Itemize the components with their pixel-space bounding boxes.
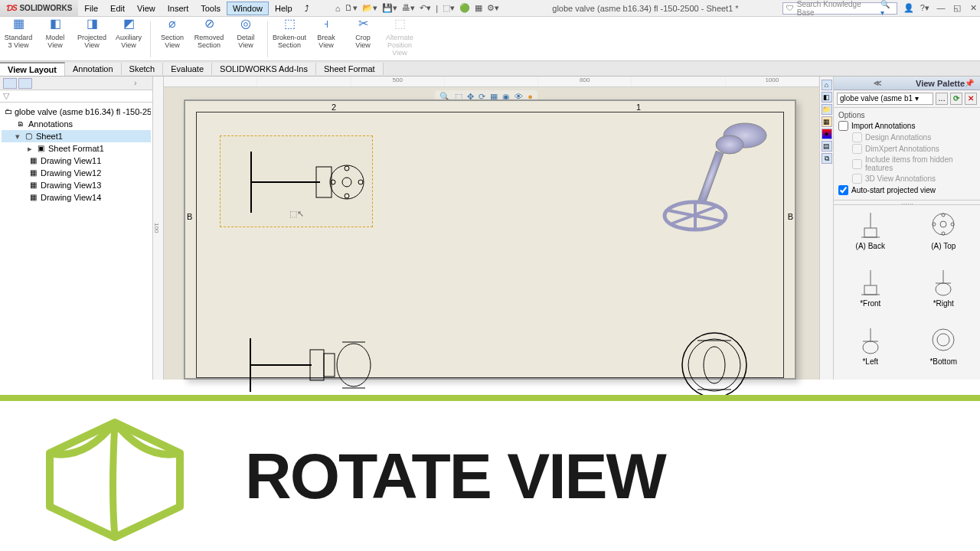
search-input[interactable]: 🛡 Search Knowledge Base 🔍▾ <box>782 2 897 15</box>
view-palette-pane-icon[interactable]: ▦ <box>822 116 832 127</box>
tree-view12[interactable]: ▦Drawing View12 <box>2 167 151 179</box>
detail-view-button[interactable]: ◎DetailView <box>227 18 264 60</box>
home-pane-icon[interactable]: ⌂ <box>822 80 832 90</box>
tab-sheet-format[interactable]: Sheet Format <box>316 63 384 75</box>
palette-prev-icon[interactable]: ≪ <box>838 79 916 87</box>
user-icon[interactable]: 👤 <box>903 3 914 13</box>
tab-sketch[interactable]: Sketch <box>122 63 164 75</box>
svg-point-46 <box>933 329 954 350</box>
palette-model-selector: globe valve (asme b1 ▾ … ⟳ ✕ <box>834 90 980 108</box>
cursor-icon: ⬚↖ <box>289 209 304 219</box>
help-icon[interactable]: ?▾ <box>920 3 930 13</box>
tree-view11[interactable]: ▦Drawing View11 <box>2 155 151 167</box>
resources-pane-icon[interactable]: ◧ <box>822 92 832 103</box>
broken-out-section-button[interactable]: ⬚Broken-outSection <box>271 18 308 60</box>
options-icon[interactable]: ▦ <box>475 3 482 13</box>
tree-view14[interactable]: ▦Drawing View14 <box>2 191 151 204</box>
tree-filter[interactable]: ▽ <box>0 90 152 103</box>
tab-view-layout[interactable]: View Layout <box>0 62 65 76</box>
menu-tools[interactable]: Tools <box>194 2 227 15</box>
tree-annotations[interactable]: 🗈Annotations <box>2 118 151 130</box>
thumb-top[interactable]: (A) Top <box>916 208 970 261</box>
overlay-title: ROTATE VIEW <box>245 439 665 514</box>
section-view-button[interactable]: ⌀SectionView <box>154 18 191 60</box>
crop-view-button[interactable]: ✂CropView <box>345 18 381 60</box>
print-icon[interactable]: 🖶▾ <box>402 3 415 13</box>
menu-pin-icon[interactable]: ⤴ <box>299 2 315 15</box>
clear-button[interactable]: ✕ <box>965 93 977 105</box>
svg-rect-38 <box>864 285 877 295</box>
custom-props-pane-icon[interactable]: ▤ <box>822 141 832 152</box>
row-label-left: B <box>187 212 192 221</box>
tree-view13[interactable]: ▦Drawing View13 <box>2 179 151 191</box>
removed-section-button[interactable]: ⊘RemovedSection <box>191 18 227 60</box>
save-icon[interactable]: 💾▾ <box>382 3 397 13</box>
auxiliary-view-button[interactable]: ◩AuxiliaryView <box>110 18 147 60</box>
select-icon[interactable]: ⬚▾ <box>443 3 455 13</box>
close-icon[interactable]: ✕ <box>968 3 978 13</box>
selected-view-outline[interactable]: ⬚↖ <box>220 135 373 227</box>
video-title-overlay: ROTATE VIEW <box>0 395 980 551</box>
hidden-features-checkbox: Include items from hidden features <box>852 155 975 172</box>
svg-rect-12 <box>324 354 335 377</box>
search-icon[interactable]: 🔍▾ <box>880 0 893 17</box>
break-view-button[interactable]: ⫞BreakView <box>308 18 345 60</box>
forum-pane-icon[interactable]: ⧉ <box>822 153 832 164</box>
menu-file[interactable]: File <box>78 2 104 15</box>
rebuild-icon[interactable]: 🟢 <box>459 3 470 13</box>
thumb-left[interactable]: *Left <box>844 324 897 377</box>
model-dropdown[interactable]: globe valve (asme b1 ▾ <box>837 93 933 105</box>
open-icon[interactable]: 📂▾ <box>362 3 377 13</box>
view-palette-panel: ≪ View Palette 📌 globe valve (asme b1 ▾ … <box>833 77 980 380</box>
library-pane-icon[interactable]: 📁 <box>822 104 832 115</box>
tab-evaluate[interactable]: Evaluate <box>163 63 212 75</box>
browse-button[interactable]: … <box>936 93 948 105</box>
tree-sheet-format[interactable]: ▸▣Sheet Format1 <box>2 142 151 155</box>
property-tab-icon[interactable] <box>18 78 32 89</box>
projected-view-button[interactable]: ◨ProjectedView <box>74 18 110 60</box>
alternate-position-view-button: ⬚AlternatePosition View <box>381 18 418 60</box>
tab-annotation[interactable]: Annotation <box>65 63 122 75</box>
svg-point-5 <box>345 166 349 171</box>
svg-point-13 <box>337 344 371 386</box>
vertical-ruler: 100 <box>153 77 164 380</box>
model-view-button[interactable]: ◧ModelView <box>37 18 74 60</box>
thumb-back[interactable]: (A) Back <box>844 208 897 261</box>
maximize-icon[interactable]: ◱ <box>952 3 962 13</box>
tree-tab-icon[interactable] <box>3 78 17 89</box>
autostart-checkbox[interactable]: Auto-start projected view <box>838 185 975 195</box>
refresh-button[interactable]: ⟳ <box>950 93 962 105</box>
menu-help[interactable]: Help <box>269 2 299 15</box>
svg-point-47 <box>937 334 949 346</box>
cube-logo-icon <box>31 407 199 545</box>
isometric-3d-view[interactable] <box>653 112 776 246</box>
tab-addins[interactable]: SOLIDWORKS Add-Ins <box>212 63 316 75</box>
tree-root[interactable]: 🗀globe valve (asme b16.34) fl -150-25 <box>2 106 151 118</box>
new-icon[interactable]: 🗋▾ <box>345 3 358 13</box>
palette-pin-icon[interactable]: 📌 <box>965 79 975 87</box>
home-icon[interactable]: ⌂ <box>335 4 341 13</box>
thumb-front[interactable]: *Front <box>844 266 897 318</box>
minimize-icon[interactable]: — <box>936 3 946 12</box>
accent-bar <box>0 395 980 401</box>
thumb-bottom[interactable]: *Bottom <box>916 324 970 377</box>
undo-icon[interactable]: ↶▾ <box>420 3 431 13</box>
menu-view[interactable]: View <box>131 2 162 15</box>
settings-icon[interactable]: ⚙▾ <box>487 3 499 13</box>
command-ribbon: ▦Standard3 View ◧ModelView ◨ProjectedVie… <box>0 17 980 61</box>
tree-sheet1[interactable]: ▾▢Sheet1 <box>2 130 151 142</box>
drawing-canvas[interactable]: 5008001000 100 🔍 ⬚ ✥ ⟳ ▦ ◉ 👁 ● 2 1 B B <box>153 77 819 380</box>
appearances-pane-icon[interactable]: ● <box>822 129 832 139</box>
panel-expand-icon[interactable]: › <box>134 78 148 89</box>
thumb-right[interactable]: *Right <box>916 266 970 318</box>
import-annotations-checkbox[interactable]: Import Annotations <box>838 121 975 131</box>
standard-3view-button[interactable]: ▦Standard3 View <box>0 18 37 60</box>
menu-insert[interactable]: Insert <box>162 2 195 15</box>
menu-window[interactable]: Window <box>227 2 269 15</box>
svg-point-32 <box>940 221 946 227</box>
panel-tabs: › <box>0 77 152 90</box>
dimxpert-annotations-checkbox: DimXpert Annotations <box>852 144 975 154</box>
feature-tree: 🗀globe valve (asme b16.34) fl -150-25 🗈A… <box>0 103 152 207</box>
menu-edit[interactable]: Edit <box>104 2 131 15</box>
svg-rect-29 <box>864 228 877 237</box>
